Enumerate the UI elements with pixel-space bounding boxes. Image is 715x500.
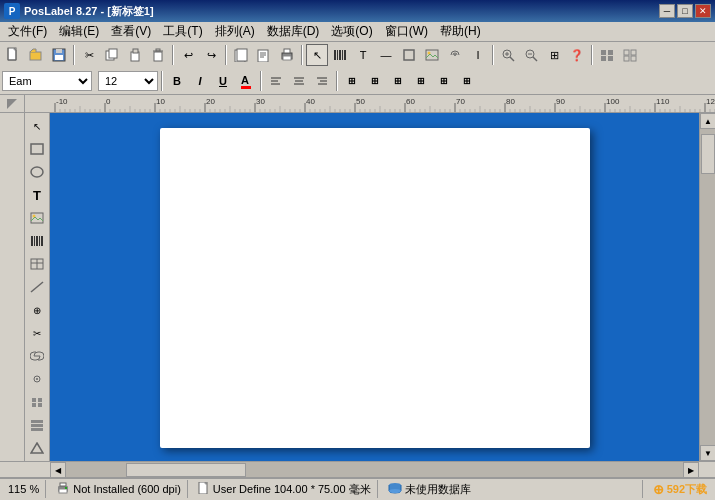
extra1-button[interactable] [596,44,618,66]
menu-window[interactable]: 窗口(W) [379,21,434,42]
menu-file[interactable]: 文件(F) [2,21,53,42]
font-color-button[interactable]: A [235,71,257,91]
minimize-button[interactable]: ─ [659,4,675,18]
underline-button[interactable]: U [212,71,234,91]
canvas-scroll[interactable] [50,113,699,461]
scroll-right-button[interactable]: ▶ [683,462,699,478]
tool-text[interactable]: T [26,184,48,206]
spacing3-button[interactable]: ⊞ [387,71,409,91]
italic-button[interactable]: I [189,71,211,91]
scroll-thumb-v[interactable] [701,134,715,174]
tool-line[interactable] [26,276,48,298]
font-size-select[interactable]: 12 [98,71,158,91]
svg-rect-4 [56,49,62,53]
tool-link[interactable] [26,345,48,367]
menu-edit[interactable]: 编辑(E) [53,21,105,42]
spacing4-button[interactable]: ⊞ [410,71,432,91]
paste-button[interactable] [124,44,146,66]
scroll-track-v[interactable] [700,129,715,445]
svg-marker-55 [7,99,17,109]
svg-text:90: 90 [556,97,565,106]
rfid-tool[interactable] [444,44,466,66]
svg-rect-203 [31,144,43,154]
zoom-out-button[interactable] [520,44,542,66]
save-button[interactable] [48,44,70,66]
spacing2-button[interactable]: ⊞ [364,71,386,91]
extra2-button[interactable] [619,44,641,66]
scroll-track-h[interactable] [66,462,683,477]
redo-button[interactable]: ↪ [200,44,222,66]
scroll-down-button[interactable]: ▼ [700,445,715,461]
svg-rect-28 [426,50,438,60]
copy-button[interactable] [101,44,123,66]
menu-db[interactable]: 数据库(D) [261,21,326,42]
scroll-left-button[interactable]: ◀ [50,462,66,478]
spacing5-button[interactable]: ⊞ [433,71,455,91]
spacing1-button[interactable]: ⊞ [341,71,363,91]
undo-button[interactable]: ↩ [177,44,199,66]
svg-rect-224 [31,424,43,427]
ruler-horizontal: -100102030405060708090100110120 [25,95,715,112]
tool-ellipse[interactable] [26,161,48,183]
menu-tools[interactable]: 工具(T) [157,21,208,42]
tool-image[interactable] [26,207,48,229]
menu-arrange[interactable]: 排列(A) [209,21,261,42]
tool-settings1[interactable] [26,368,48,390]
label-prop-button[interactable] [253,44,275,66]
svg-rect-40 [601,56,606,61]
align-center-button[interactable] [288,71,310,91]
ruler-corner [0,95,25,113]
bottom-scrollbar[interactable]: ◀ ▶ [0,461,715,477]
tool-table[interactable] [26,253,48,275]
line-tool[interactable]: — [375,44,397,66]
svg-point-234 [389,489,401,493]
scroll-thumb-h[interactable] [126,463,246,477]
menu-options[interactable]: 选项(O) [325,21,378,42]
text-tool[interactable]: T [352,44,374,66]
open-button[interactable] [25,44,47,66]
menu-help[interactable]: 帮助(H) [434,21,487,42]
help-button[interactable]: ❓ [566,44,588,66]
svg-rect-15 [258,50,268,62]
label-canvas[interactable] [160,128,590,448]
print-button[interactable] [276,44,298,66]
font-name-select[interactable]: Eam [2,71,92,91]
cut-button[interactable]: ✂ [78,44,100,66]
zoom-in-button[interactable] [497,44,519,66]
maximize-button[interactable]: □ [677,4,693,18]
sep8 [260,71,262,91]
tool-arrow[interactable]: ↖ [26,115,48,137]
canvas-area[interactable] [50,113,699,461]
cursor-tool[interactable]: I [467,44,489,66]
image-tool[interactable] [421,44,443,66]
toolbar-row-2: Eam 12 B I U A ⊞ ⊞ ⊞ ⊞ ⊞ ⊞ [0,68,715,94]
scroll-up-button[interactable]: ▲ [700,113,715,129]
tool-settings2[interactable] [26,391,48,413]
align-left-button[interactable] [265,71,287,91]
new-button[interactable] [2,44,24,66]
align-right-button[interactable] [311,71,333,91]
bold-button[interactable]: B [166,71,188,91]
tool-barcode[interactable] [26,230,48,252]
tool-rect[interactable] [26,138,48,160]
new-label-button[interactable] [230,44,252,66]
select-tool[interactable]: ↖ [306,44,328,66]
shape-tool[interactable] [398,44,420,66]
barcode-tool[interactable] [329,44,351,66]
delete-button[interactable] [147,44,169,66]
tool-cut[interactable]: ✂ [26,322,48,344]
menu-view[interactable]: 查看(V) [105,21,157,42]
ruler-left [0,113,25,461]
fit-button[interactable]: ⊞ [543,44,565,66]
status-zoom: 115 % [2,480,46,498]
close-button[interactable]: ✕ [695,4,711,18]
svg-rect-208 [34,236,35,246]
logo-icon: ⊕ [653,482,664,497]
right-scrollbar[interactable]: ▲ ▼ [699,113,715,461]
spacing6-button[interactable]: ⊞ [456,71,478,91]
tool-plus[interactable]: ⊕ [26,299,48,321]
zoom-value: 115 % [8,483,39,495]
tool-settings3[interactable] [26,414,48,436]
svg-rect-7 [109,49,117,58]
tool-settings4[interactable] [26,437,48,459]
